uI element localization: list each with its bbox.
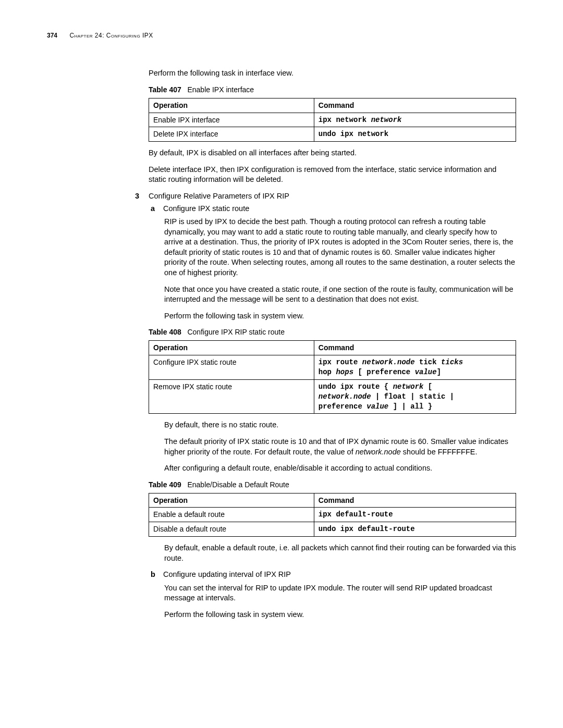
table-caption: Table 407 Enable IPX interface: [149, 85, 516, 95]
list-text: Configure updating interval of IPX RIP: [163, 570, 291, 578]
table-cell: ipx default-route: [314, 508, 516, 522]
table-caption-text: Configure IPX RIP static route: [187, 328, 285, 336]
list-marker: b: [151, 570, 155, 580]
paragraph: Perform the following task in interface …: [149, 68, 516, 79]
list-sub-item: b Configure updating interval of IPX RIP: [149, 570, 516, 580]
table-row: Enable a default route ipx default-route: [149, 508, 516, 522]
page-header: 374 Chapter 24: Configuring IPX: [47, 31, 516, 40]
table-caption: Table 409 Enable/Disable a Default Route: [149, 480, 516, 490]
table-header: Operation: [149, 493, 314, 508]
table-cell: undo ipx default-route: [314, 522, 516, 537]
table-cell: ipx route network.node tick ticks hop ho…: [314, 355, 516, 379]
paragraph: You can set the interval for RIP to upda…: [164, 583, 516, 603]
list-item: 3 Configure Relative Parameters of IPX R…: [138, 191, 516, 202]
list-marker: 3: [135, 191, 139, 202]
table-cell: Configure IPX static route: [149, 355, 314, 379]
paragraph: The default priority of IPX static route…: [164, 437, 516, 457]
table-static-route: Operation Command Configure IPX static r…: [149, 340, 516, 414]
paragraph: By default, enable a default route, i.e.…: [164, 543, 516, 563]
paragraph: Perform the following task in system vie…: [164, 610, 516, 620]
table-default-route: Operation Command Enable a default route…: [149, 493, 516, 537]
paragraph: By default, there is no static route.: [164, 420, 516, 430]
table-caption-text: Enable/Disable a Default Route: [187, 480, 289, 489]
table-caption: Table 408 Configure IPX RIP static route: [149, 327, 516, 337]
table-row: Configure IPX static route ipx route net…: [149, 355, 516, 379]
table-row: Disable a default route undo ipx default…: [149, 522, 516, 537]
list-marker: a: [151, 204, 155, 214]
list-text: Configure Relative Parameters of IPX RIP: [149, 192, 289, 200]
page-number: 374: [47, 32, 57, 39]
paragraph: By default, IPX is disabled on all inter…: [149, 148, 516, 158]
paragraph: RIP is used by IPX to decide the best pa…: [164, 217, 516, 278]
table-cell: Enable a default route: [149, 508, 314, 522]
table-header: Command: [314, 341, 516, 355]
paragraph: Perform the following task in system vie…: [164, 311, 516, 322]
list-sub-item: a Configure IPX static route: [149, 204, 516, 214]
list-text: Configure IPX static route: [163, 204, 249, 213]
table-header: Command: [314, 98, 516, 113]
table-label: Table 409: [149, 480, 181, 489]
table-row: Delete IPX interface undo ipx network: [149, 127, 516, 142]
paragraph: After configuring a default route, enabl…: [164, 463, 516, 474]
table-cell: undo ipx network: [314, 127, 516, 142]
paragraph: Delete interface IPX, then IPX configura…: [149, 165, 516, 185]
table-cell: undo ipx route { network [ network.node …: [314, 379, 516, 414]
table-cell: Disable a default route: [149, 522, 314, 537]
table-enable-ipx: Operation Command Enable IPX interface i…: [149, 98, 516, 142]
table-cell: Delete IPX interface: [149, 127, 314, 142]
paragraph: Note that once you have created a static…: [164, 285, 516, 305]
table-row: Enable IPX interface ipx network network: [149, 113, 516, 127]
table-header: Command: [314, 493, 516, 508]
table-label: Table 407: [149, 85, 181, 94]
table-row: Remove IPX static route undo ipx route {…: [149, 379, 516, 414]
table-caption-text: Enable IPX interface: [187, 85, 254, 94]
table-cell: ipx network network: [314, 113, 516, 127]
table-cell: Remove IPX static route: [149, 379, 314, 414]
table-label: Table 408: [149, 328, 181, 336]
table-cell: Enable IPX interface: [149, 113, 314, 127]
chapter-title: Chapter 24: Configuring IPX: [69, 32, 153, 39]
table-header: Operation: [149, 98, 314, 113]
table-header: Operation: [149, 341, 314, 355]
